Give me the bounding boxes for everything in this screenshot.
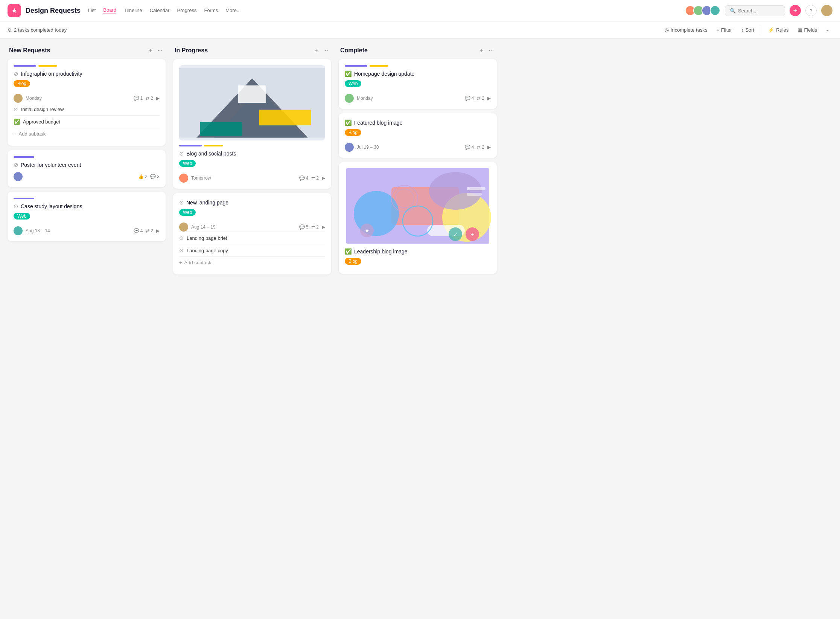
nav-calendar[interactable]: Calendar bbox=[150, 8, 170, 14]
task-check-icon: ✅ bbox=[345, 70, 352, 77]
subtask-icon: ⊘ bbox=[179, 235, 184, 241]
tag-web[interactable]: Web bbox=[179, 209, 196, 216]
branch-count: ⇄ 2 bbox=[146, 228, 153, 233]
column-complete: Complete + ··· ✅ Homepage design update … bbox=[339, 46, 497, 278]
color-bar-yellow bbox=[204, 145, 223, 146]
fields-icon: ▦ bbox=[797, 27, 802, 33]
card-date: Monday bbox=[357, 96, 462, 101]
like-count: 👍 2 bbox=[138, 174, 148, 179]
task-check-icon: ✅ bbox=[345, 248, 352, 255]
tag-web[interactable]: Web bbox=[345, 80, 361, 87]
tag-blog[interactable]: Blog bbox=[14, 80, 30, 87]
expand-icon[interactable]: ▶ bbox=[487, 96, 491, 101]
svg-rect-22 bbox=[467, 193, 482, 196]
filter-circle-icon: ◎ bbox=[665, 27, 669, 33]
card-meta: 💬 4 ⇄ 2 ▶ bbox=[299, 175, 325, 181]
card-title: ⊘ Poster for volunteer event bbox=[14, 162, 160, 168]
card-title: ⊘ New landing page bbox=[179, 199, 325, 206]
subtask-landing-brief: ⊘ Landing page brief bbox=[179, 232, 325, 244]
expand-icon[interactable]: ▶ bbox=[156, 228, 160, 233]
tag-blog[interactable]: Blog bbox=[345, 258, 361, 265]
card-color-bars bbox=[14, 198, 160, 199]
comment-count: 💬 4 bbox=[465, 96, 474, 101]
card-landing-page: ⊘ New landing page Web Aug 14 – 19 💬 5 ⇄… bbox=[173, 193, 331, 274]
card-footer: Jul 19 – 30 💬 4 ⇄ 2 ▶ bbox=[345, 143, 491, 152]
add-card-button[interactable]: + bbox=[313, 46, 319, 55]
add-icon: + bbox=[14, 131, 17, 137]
more-options-button[interactable]: ··· bbox=[822, 25, 832, 35]
column-title-in-progress: In Progress bbox=[175, 47, 310, 54]
color-bar-yellow bbox=[370, 65, 388, 67]
add-subtask-button[interactable]: + Add subtask bbox=[179, 256, 325, 268]
color-bar-purple bbox=[14, 198, 34, 199]
card-title: ✅ Leadership blog image bbox=[345, 248, 491, 255]
column-more-button[interactable]: ··· bbox=[487, 46, 495, 55]
tag-blog[interactable]: Blog bbox=[345, 129, 361, 136]
column-title-new-requests: New Requests bbox=[9, 47, 144, 54]
search-icon: 🔍 bbox=[730, 8, 736, 14]
card-title: ⊘ Blog and social posts bbox=[179, 150, 325, 157]
column-title-complete: Complete bbox=[340, 47, 475, 54]
app-title: Design Requests bbox=[26, 7, 81, 15]
search-input[interactable] bbox=[738, 8, 780, 14]
card-avatar bbox=[345, 94, 354, 103]
header-right: 🔍 + ? bbox=[685, 5, 832, 16]
card-title: ✅ Featured blog image bbox=[345, 119, 491, 126]
add-card-button[interactable]: + bbox=[147, 46, 154, 55]
expand-icon[interactable]: ▶ bbox=[322, 175, 325, 181]
subtask-check-icon: ✅ bbox=[14, 119, 20, 125]
add-subtask-button[interactable]: + Add subtask bbox=[14, 128, 160, 140]
search-box[interactable]: 🔍 bbox=[725, 5, 785, 16]
app-header: ★ Design Requests List Board Timeline Ca… bbox=[0, 0, 840, 21]
nav-more[interactable]: More... bbox=[225, 8, 240, 14]
user-avatar[interactable] bbox=[821, 5, 832, 16]
app-logo: ★ bbox=[8, 4, 21, 17]
nav-board[interactable]: Board bbox=[103, 7, 116, 14]
card-meta: 💬 5 ⇄ 2 ▶ bbox=[299, 224, 325, 230]
comment-count: 💬 4 bbox=[134, 228, 143, 233]
card-footer: 👍 2 💬 3 bbox=[14, 172, 160, 181]
expand-icon[interactable]: ▶ bbox=[156, 96, 160, 101]
filter-icon: ≡ bbox=[716, 27, 719, 33]
filter-button[interactable]: ≡ Filter bbox=[712, 25, 735, 35]
tag-web[interactable]: Web bbox=[179, 160, 196, 167]
add-button[interactable]: + bbox=[790, 5, 801, 16]
card-date: Aug 14 – 19 bbox=[191, 224, 296, 230]
sort-button[interactable]: ↕ Sort bbox=[737, 25, 758, 35]
incomplete-tasks-button[interactable]: ◎ Incomplete tasks bbox=[661, 25, 711, 35]
card-design-image: ★ ✓ + bbox=[345, 168, 491, 244]
svg-text:★: ★ bbox=[365, 227, 370, 233]
help-button[interactable]: ? bbox=[805, 5, 817, 16]
fields-button[interactable]: ▦ Fields bbox=[794, 25, 821, 35]
expand-icon[interactable]: ▶ bbox=[322, 224, 325, 230]
comment-count: 💬 3 bbox=[150, 174, 160, 179]
rules-button[interactable]: ⚡ Rules bbox=[764, 25, 792, 35]
add-card-button[interactable]: + bbox=[478, 46, 485, 55]
expand-icon[interactable]: ▶ bbox=[487, 145, 491, 150]
branch-count: ⇄ 2 bbox=[146, 96, 153, 101]
card-footer: Aug 14 – 19 💬 5 ⇄ 2 ▶ bbox=[179, 223, 325, 232]
tag-web[interactable]: Web bbox=[14, 213, 30, 220]
nav-list[interactable]: List bbox=[88, 8, 96, 14]
color-bar-purple bbox=[14, 65, 36, 67]
column-header-new-requests: New Requests + ··· bbox=[8, 46, 166, 59]
nav-progress[interactable]: Progress bbox=[177, 8, 196, 14]
column-more-button[interactable]: ··· bbox=[322, 46, 330, 55]
status-circle-icon: ⊙ bbox=[8, 27, 12, 33]
task-check-icon: ✅ bbox=[345, 119, 352, 126]
column-new-requests: New Requests + ··· ⊘ Infographic on prod… bbox=[8, 46, 166, 246]
card-footer: Monday 💬 4 ⇄ 2 ▶ bbox=[345, 94, 491, 103]
column-more-button[interactable]: ··· bbox=[156, 46, 164, 55]
card-footer: Monday 💬 1 ⇄ 2 ▶ bbox=[14, 94, 160, 103]
column-actions: + ··· bbox=[478, 46, 495, 55]
branch-count: ⇄ 2 bbox=[477, 145, 484, 150]
nav-forms[interactable]: Forms bbox=[204, 8, 218, 14]
svg-point-12 bbox=[429, 172, 482, 210]
card-color-bars bbox=[14, 65, 160, 67]
rules-icon: ⚡ bbox=[768, 27, 774, 33]
color-bar-yellow bbox=[38, 65, 57, 67]
color-bar-purple bbox=[14, 156, 34, 158]
card-blog-social: ⊘ Blog and social posts Web Tomorrow 💬 4… bbox=[173, 59, 331, 189]
nav-timeline[interactable]: Timeline bbox=[124, 8, 142, 14]
toolbar-divider bbox=[761, 26, 761, 34]
